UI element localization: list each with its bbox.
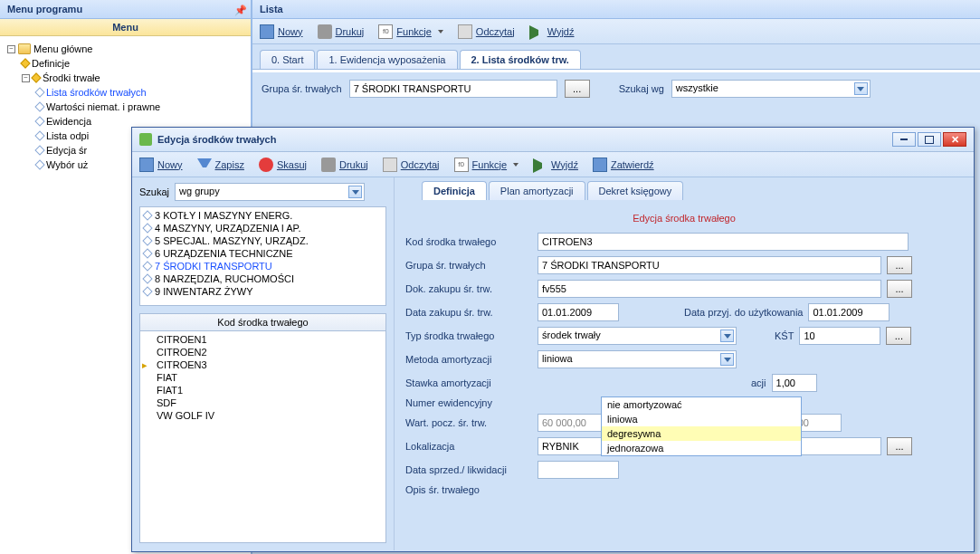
main-panel-title: Lista xyxy=(252,0,980,19)
diamond-icon xyxy=(20,58,30,68)
numer-label: Numer ewidencyjny xyxy=(405,397,532,408)
group-item[interactable]: 6 URZĄDZENIA TECHNICZNE xyxy=(142,247,384,260)
func-button[interactable]: f0Funkcje xyxy=(378,24,443,39)
tab-start[interactable]: 0. Start xyxy=(260,50,315,69)
read-button[interactable]: Odczytaj xyxy=(458,24,515,39)
dropdown-option[interactable]: degresywna xyxy=(602,426,801,441)
code-list[interactable]: CITROEN1CITROEN2▸CITROEN3FIATFIAT1SDFVW … xyxy=(139,331,386,543)
chevron-down-icon[interactable] xyxy=(348,186,362,198)
new-icon xyxy=(260,24,274,39)
data-zak-label: Data zakupu śr. trw. xyxy=(405,307,532,318)
group-item[interactable]: 8 NARZĘDZIA, RUCHOMOŚCI xyxy=(142,272,384,285)
tree-srodki[interactable]: − Środki trwałe xyxy=(22,71,247,85)
group-browse-button[interactable]: ... xyxy=(565,80,590,98)
grupa-input[interactable] xyxy=(538,256,881,274)
tab-plan[interactable]: Plan amortyzacji xyxy=(489,181,585,200)
confirm-icon xyxy=(593,158,607,172)
search-mode-select[interactable]: wg grupy xyxy=(175,183,365,201)
group-item[interactable]: 7 ŚRODKI TRANSPORTU xyxy=(142,260,384,272)
metoda-dropdown[interactable]: nie amortyzowaćliniowadegresywnajednoraz… xyxy=(601,396,802,456)
print-button[interactable]: Drukuj xyxy=(318,24,365,39)
edit-window: Edycja środków trwałych ✕ Nowy Zapisz Sk… xyxy=(131,127,975,552)
code-item[interactable]: SDF xyxy=(142,396,384,409)
edit-left-pane: Szukaj wg grupy 3 KOTŁY I MASZYNY ENERG.… xyxy=(132,177,395,550)
diamond-icon xyxy=(142,286,152,296)
minimize-button[interactable] xyxy=(892,132,916,147)
group-input[interactable] xyxy=(349,80,557,98)
diamond-icon xyxy=(34,159,44,169)
code-item[interactable]: FIAT xyxy=(142,371,384,384)
kod-label: Kod środka trwałego xyxy=(405,236,532,247)
dropdown-option[interactable]: jednorazowa xyxy=(602,441,801,455)
window-titlebar[interactable]: Edycja środków trwałych ✕ xyxy=(132,128,974,152)
metoda-select[interactable]: liniowa xyxy=(538,350,737,368)
group-item[interactable]: 5 SPECJAL. MASZYNY, URZĄDZ. xyxy=(142,234,384,247)
kod-input[interactable] xyxy=(538,233,909,251)
tree-child-0[interactable]: Lista środków trwałych xyxy=(36,85,247,100)
data-przyj-input[interactable] xyxy=(808,303,890,321)
typ-select[interactable]: środek trwały xyxy=(538,327,737,345)
kst-input[interactable] xyxy=(799,327,880,345)
diamond-icon xyxy=(34,87,44,97)
lok-label: Lokalizacja xyxy=(405,441,532,452)
save-icon xyxy=(197,158,212,173)
data-sprz-label: Data sprzed./ likwidacji xyxy=(405,464,532,475)
tree-child-1[interactable]: Wartości niemat. i prawne xyxy=(36,100,247,114)
diamond-icon xyxy=(142,235,152,245)
new-icon xyxy=(139,158,154,172)
tab-lista-srodkow[interactable]: 2. Lista środków trw. xyxy=(460,50,581,69)
dropdown-option[interactable]: nie amortyzować xyxy=(602,397,801,412)
exit-button[interactable]: Wyjdź xyxy=(529,23,575,40)
close-button[interactable]: ✕ xyxy=(943,132,966,147)
group-item[interactable]: 9 INWENTARZ ŻYWY xyxy=(142,285,384,298)
group-list[interactable]: 3 KOTŁY I MASZYNY ENERG.4 MASZYNY, URZĄD… xyxy=(139,206,386,306)
tree-root[interactable]: − Menu główne xyxy=(7,42,247,56)
menu-bar[interactable]: Menu xyxy=(0,19,251,36)
delete-icon xyxy=(259,158,273,172)
metoda-label: Metoda amortyzacji xyxy=(405,354,532,365)
code-item[interactable]: CITROEN1 xyxy=(142,333,384,346)
code-item[interactable]: VW GOLF IV xyxy=(142,409,384,422)
confirm-button[interactable]: Zatwierdź xyxy=(593,158,654,172)
pin-icon[interactable]: 📌 xyxy=(234,5,243,14)
tab-dekret[interactable]: Dekret księgowy xyxy=(587,181,684,200)
folder-icon xyxy=(18,43,31,54)
data-sprz-input[interactable] xyxy=(538,461,619,479)
data-zak-input[interactable] xyxy=(538,303,619,321)
save-button[interactable]: Zapisz xyxy=(197,157,244,173)
new-button[interactable]: Nowy xyxy=(260,24,303,39)
dok-browse-button[interactable]: ... xyxy=(887,280,912,298)
grupa-browse-button[interactable]: ... xyxy=(887,256,912,274)
code-item[interactable]: FIAT1 xyxy=(142,384,384,396)
read-button[interactable]: Odczytaj xyxy=(383,158,440,172)
print-button[interactable]: Drukuj xyxy=(321,158,368,172)
func-icon: f0 xyxy=(378,24,393,39)
search-by-label: Szukaj wg xyxy=(619,83,664,94)
kst-browse-button[interactable]: ... xyxy=(886,327,911,345)
dok-input[interactable] xyxy=(538,280,881,298)
data-przyj-label: Data przyj. do użytkowania xyxy=(684,307,803,318)
code-item[interactable]: CITROEN2 xyxy=(142,346,384,358)
chevron-down-icon[interactable] xyxy=(854,82,868,95)
code-item[interactable]: ▸CITROEN3 xyxy=(142,358,384,371)
group-item[interactable]: 4 MASZYNY, URZĄDZENIA I AP. xyxy=(142,222,384,234)
new-button[interactable]: Nowy xyxy=(139,158,183,172)
tree-definicje[interactable]: Definicje xyxy=(22,56,247,71)
coef-input[interactable] xyxy=(772,374,817,392)
tab-definicja[interactable]: Definicja xyxy=(422,181,487,200)
chevron-down-icon[interactable] xyxy=(720,330,734,342)
collapse-icon[interactable]: − xyxy=(22,74,30,82)
delete-button[interactable]: Skasuj xyxy=(259,158,307,172)
exit-button[interactable]: Wyjdź xyxy=(533,156,578,173)
collapse-icon[interactable]: − xyxy=(7,45,15,53)
grupa-label: Grupa śr. trwałych xyxy=(405,260,532,271)
diamond-icon xyxy=(34,130,44,140)
lok-browse-button[interactable]: ... xyxy=(887,437,912,455)
func-button[interactable]: f0Funkcje xyxy=(454,158,519,172)
dropdown-option[interactable]: liniowa xyxy=(602,412,801,426)
tab-ewidencja[interactable]: 1. Ewidencja wyposażenia xyxy=(317,50,457,69)
search-by-select[interactable]: wszystkie xyxy=(671,80,871,98)
group-item[interactable]: 3 KOTŁY I MASZYNY ENERG. xyxy=(142,209,384,222)
maximize-button[interactable] xyxy=(918,132,941,147)
chevron-down-icon[interactable] xyxy=(720,353,734,366)
